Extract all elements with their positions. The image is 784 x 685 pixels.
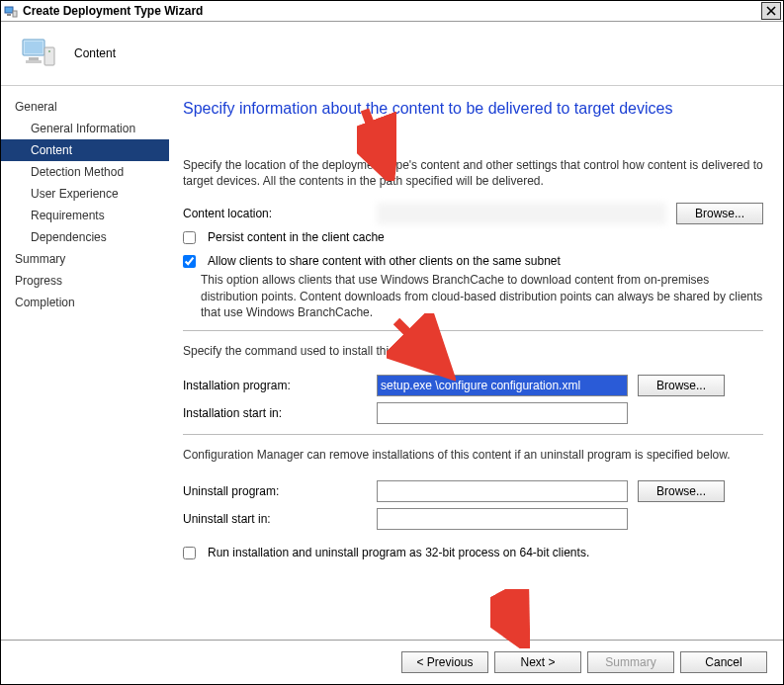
label-content-location: Content location: xyxy=(183,207,377,220)
row-allow-share: Allow clients to share content with othe… xyxy=(183,254,763,268)
svg-rect-6 xyxy=(25,42,43,53)
nav-requirements[interactable]: Requirements xyxy=(1,205,169,226)
row-install-start: Installation start in: xyxy=(183,402,763,424)
allow-share-checkbox[interactable] xyxy=(183,255,196,268)
run32-checkbox[interactable] xyxy=(183,547,196,559)
nav-general[interactable]: General xyxy=(1,96,169,118)
nav-progress[interactable]: Progress xyxy=(1,270,169,292)
specify-cmd-text: Specify the command used to install this… xyxy=(183,343,763,359)
intro-text: Specify the location of the deployment t… xyxy=(183,157,763,189)
nav-detection-method[interactable]: Detection Method xyxy=(1,161,169,183)
allow-share-label: Allow clients to share content with othe… xyxy=(208,254,561,268)
uninstall-note: Configuration Manager can remove install… xyxy=(183,447,763,463)
label-uninstall-start: Uninstall start in: xyxy=(183,512,377,526)
nav-content[interactable]: Content xyxy=(1,139,169,161)
header-band: Content xyxy=(1,22,783,86)
svg-line-11 xyxy=(365,110,385,163)
row-persist: Persist content in the client cache xyxy=(183,230,763,244)
uninstall-start-input[interactable] xyxy=(377,508,628,530)
browse-uninstall-program-button[interactable]: Browse... xyxy=(638,480,725,502)
install-program-input[interactable] xyxy=(377,375,628,396)
summary-button: Summary xyxy=(587,651,674,673)
body: General General Information Content Dete… xyxy=(1,86,783,640)
close-button[interactable] xyxy=(761,2,781,20)
sidebar: General General Information Content Dete… xyxy=(1,86,169,640)
browse-content-location-button[interactable]: Browse... xyxy=(676,203,763,224)
label-uninstall-program: Uninstall program: xyxy=(183,484,377,498)
previous-button[interactable]: < Previous xyxy=(401,651,488,673)
label-install-program: Installation program: xyxy=(183,379,377,392)
computer-icon xyxy=(19,34,58,73)
row-install-program: Installation program: Browse... xyxy=(183,375,763,396)
nav-completion[interactable]: Completion xyxy=(1,292,169,313)
content-location-value xyxy=(377,203,666,224)
svg-rect-7 xyxy=(44,47,54,65)
nav-summary[interactable]: Summary xyxy=(1,248,169,270)
nav-dependencies[interactable]: Dependencies xyxy=(1,226,169,248)
run32-label: Run installation and uninstall program a… xyxy=(208,546,589,559)
app-icon xyxy=(3,3,19,19)
svg-rect-0 xyxy=(5,7,13,13)
svg-point-10 xyxy=(48,50,50,52)
wizard-window: Create Deployment Type Wizard Content G xyxy=(0,0,784,685)
header-label: Content xyxy=(74,46,116,60)
row-uninstall-program: Uninstall program: Browse... xyxy=(183,480,763,502)
label-install-start: Installation start in: xyxy=(183,406,377,420)
persist-label: Persist content in the client cache xyxy=(208,230,385,244)
svg-rect-2 xyxy=(13,11,17,17)
divider-1 xyxy=(183,330,763,331)
install-start-input[interactable] xyxy=(377,402,628,424)
svg-rect-1 xyxy=(7,14,11,16)
titlebar: Create Deployment Type Wizard xyxy=(1,1,783,22)
svg-rect-8 xyxy=(29,57,39,60)
nav-user-experience[interactable]: User Experience xyxy=(1,183,169,205)
content-pane: Specify information about the content to… xyxy=(169,86,783,640)
row-content-location: Content location: Browse... xyxy=(183,203,763,224)
svg-rect-9 xyxy=(26,60,42,63)
page-heading: Specify information about the content to… xyxy=(183,100,763,118)
footer: < Previous Next > Summary Cancel xyxy=(1,640,783,684)
nav-general-information[interactable]: General Information xyxy=(1,118,169,139)
next-button[interactable]: Next > xyxy=(494,651,581,673)
uninstall-program-input[interactable] xyxy=(377,480,628,502)
row-uninstall-start: Uninstall start in: xyxy=(183,508,763,530)
branchcache-note: This option allows clients that use Wind… xyxy=(201,272,763,320)
divider-2 xyxy=(183,434,763,435)
persist-checkbox[interactable] xyxy=(183,231,196,244)
window-title: Create Deployment Type Wizard xyxy=(23,4,761,18)
row-run32: Run installation and uninstall program a… xyxy=(183,546,763,559)
browse-install-program-button[interactable]: Browse... xyxy=(638,375,725,396)
cancel-button[interactable]: Cancel xyxy=(680,651,767,673)
